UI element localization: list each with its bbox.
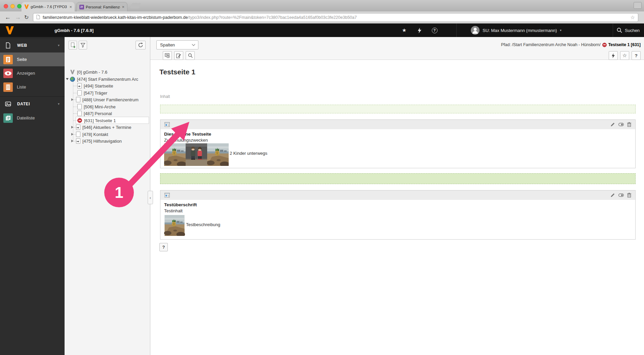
refresh-icon[interactable] — [136, 41, 146, 49]
module-group-datei[interactable]: DATEI ▾ — [0, 96, 65, 111]
content-element-header[interactable] — [160, 190, 635, 200]
page-icon — [76, 97, 80, 102]
reload-icon[interactable]: ↻ — [24, 11, 29, 23]
typo3-root-icon — [70, 70, 75, 74]
tree-item-547[interactable]: [547] Träger — [65, 90, 150, 96]
user-menu[interactable]: SU: Max Mustermann (mmustermann) ▾ — [468, 24, 564, 37]
module-menu: WEB ▾ Seite Anzeigen Liste DATEI ▾ Datei… — [0, 37, 65, 355]
page-icon — [77, 104, 82, 109]
tab-close-icon[interactable]: × — [122, 5, 124, 9]
sidebar-item-liste[interactable]: Liste — [0, 80, 65, 94]
sidebar-item-anzeigen[interactable]: Anzeigen — [0, 66, 65, 80]
page-icon — [77, 90, 82, 96]
address-bar[interactable]: familienzentrum-kleeblatt-wiedenbrueck.k… — [33, 13, 638, 22]
page-icon — [76, 132, 80, 137]
forward-icon[interactable]: → — [15, 11, 21, 23]
file-group-icon — [5, 101, 11, 107]
image-caption: Testbeschreibung — [186, 222, 220, 227]
browser-tab-strip: gGmbh - 7.6 [TYPO3 CMS × iT Personal: Fa… — [0, 0, 644, 11]
view-webpage-button[interactable] — [163, 51, 172, 60]
edit-button[interactable] — [610, 122, 615, 127]
tree-item-631-selected[interactable]: [631] Testseite 1 — [65, 117, 150, 124]
visibility-toggle-button[interactable] — [618, 193, 624, 197]
clear-cache-button[interactable] — [609, 51, 618, 60]
window-minimize-button[interactable] — [10, 4, 15, 8]
browser-tab-typo3[interactable]: gGmbh - 7.6 [TYPO3 CMS × — [22, 2, 75, 11]
question-icon: ? — [432, 28, 438, 33]
bookmark-star-icon[interactable]: ☆ — [631, 14, 635, 21]
search-button[interactable] — [186, 51, 195, 60]
view-module-icon — [3, 69, 13, 78]
sidebar-item-seite[interactable]: Seite — [0, 52, 65, 66]
delete-button[interactable] — [627, 193, 631, 198]
children-thumbnail — [186, 143, 207, 166]
delete-button[interactable] — [627, 122, 631, 127]
tree-item-488[interactable]: [488] Unser Familienzentrum — [65, 96, 150, 103]
back-icon[interactable]: ← — [5, 11, 11, 23]
tree-item-478[interactable]: [478] Kontakt — [65, 131, 150, 138]
search-button[interactable]: Suchen — [617, 24, 640, 37]
beach-thumbnail — [164, 215, 185, 236]
window-close-button[interactable] — [4, 4, 8, 8]
new-page-button[interactable] — [69, 41, 77, 49]
content-element-preview: Testüberschrift Testinhalt Testbeschreib… — [160, 200, 635, 216]
content-element: Dies ist eine Testseite Zu Schulungszwec… — [160, 119, 636, 168]
tab-title: gGmbh - 7.6 [TYPO3 CMS — [31, 5, 68, 9]
tree-item-494[interactable]: [494] Startseite — [65, 82, 150, 89]
window-corner-button[interactable] — [634, 2, 642, 9]
url-text: familienzentrum-kleeblatt-wiedenbrueck.k… — [43, 15, 631, 20]
tree-item-546[interactable]: [546] Aktuelles + Termine — [65, 124, 150, 131]
help-button[interactable]: ? — [632, 51, 641, 60]
image-thumbnails — [164, 143, 229, 166]
chevron-down-icon: ▾ — [58, 102, 60, 106]
image-caption: 2 Kinder unterwegs — [230, 151, 267, 156]
beach-thumbnail — [164, 143, 186, 166]
chevron-down-icon — [192, 43, 195, 46]
bookmark-button[interactable]: ☆ — [620, 51, 629, 60]
help-button[interactable]: ? — [427, 24, 442, 37]
visibility-toggle-button[interactable] — [618, 123, 624, 126]
tree-item-487[interactable]: [487] Personal — [65, 110, 150, 117]
typo3-logo-icon[interactable] — [5, 26, 14, 36]
hidden-page-icon — [77, 118, 82, 123]
tree-collapse-handle[interactable]: ‹ — [148, 191, 153, 204]
collapse-arrow-icon[interactable] — [66, 78, 69, 80]
browser-tab-personal[interactable]: iT Personal: Familienzentrum × — [76, 2, 127, 11]
tree-item-475[interactable]: [475] Hilfsnavigation — [65, 138, 150, 144]
view-mode-select[interactable]: Spalten — [156, 40, 198, 49]
clear-cache-button[interactable] — [412, 24, 427, 37]
current-page-label: Testseite 1 [631] — [608, 42, 641, 47]
bookmarks-button[interactable]: ★ — [397, 24, 412, 37]
site-root-icon — [70, 77, 75, 82]
page-title: Testseite 1 — [159, 68, 195, 76]
topbar-divider — [613, 24, 613, 37]
filter-button[interactable] — [79, 41, 87, 49]
content-type-icon — [164, 122, 170, 127]
content-body-text: Testinhalt — [164, 208, 632, 213]
site-title: gGmbh - 7.6 [7.6.9] — [54, 24, 93, 37]
search-label: Suchen — [625, 28, 640, 33]
chevron-down-icon: ▾ — [58, 43, 60, 47]
content-element-header[interactable] — [160, 120, 635, 129]
tab-close-icon[interactable]: × — [69, 5, 72, 9]
new-tab-button[interactable] — [130, 3, 141, 8]
page-icon — [36, 14, 40, 21]
sidebar-item-dateiliste[interactable]: Dateiliste — [0, 111, 65, 125]
window-zoom-button[interactable] — [17, 4, 22, 8]
module-group-web[interactable]: WEB ▾ — [0, 38, 65, 52]
typo3-topbar: gGmbh - 7.6 [7.6.9] ★ ? SU: Max Musterma… — [0, 24, 644, 37]
csh-help-button[interactable]: ? — [159, 243, 168, 251]
tree-item-root[interactable]: [0] gGmbh - 7.6 — [65, 69, 150, 75]
tree-item-474[interactable]: [474] Start Familienzentrum Arc — [65, 76, 150, 82]
shortcut-page-icon — [77, 83, 82, 88]
content-dropzone[interactable] — [160, 105, 636, 113]
edit-page-properties-button[interactable] — [174, 51, 183, 60]
content-type-icon — [164, 192, 170, 198]
shortcut-page-icon — [76, 138, 80, 144]
edit-button[interactable] — [610, 193, 615, 198]
tree-item-506[interactable]: [506] Mini-Arche — [65, 103, 150, 110]
search-icon — [188, 53, 193, 58]
search-icon — [617, 28, 622, 33]
beach-thumbnail — [207, 143, 229, 166]
content-dropzone[interactable] — [160, 173, 636, 184]
